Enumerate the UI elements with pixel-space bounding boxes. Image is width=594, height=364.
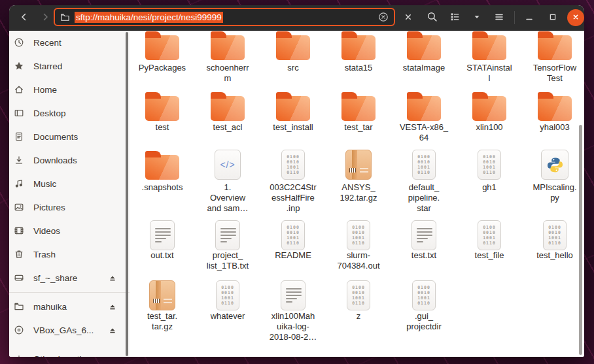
file-grid-row: .snapshots</>1. Overview and sam…0100001… [130,150,584,214]
sidebar-item-home[interactable]: Home [9,78,130,101]
file-item[interactable]: ANSYS_ 192.tar.gz [326,150,391,214]
file-label: .gui_ projectdir [406,311,441,332]
folder-icon [211,96,245,121]
file-icon-box [150,220,175,250]
menu-button[interactable] [489,8,509,27]
file-label: PyPackages [139,63,186,73]
file-icon-box [281,280,306,310]
sidebar-item-sf-share[interactable]: sf_~_share [9,266,130,290]
file-icon-box: 0100001010010110 [281,220,305,250]
clear-address-icon[interactable] [378,12,389,22]
file-label: test_acl [213,122,243,133]
sidebar-item-downloads[interactable]: Downloads [9,148,130,172]
address-bar[interactable]: sftp://mahuika/nesi/project/nesi99999 [54,8,395,26]
sidebar-item-label: Desktop [33,108,66,118]
file-item[interactable]: MPIscaling. py [522,150,584,214]
folder-icon [211,35,245,60]
folder-icon [472,35,506,60]
text-file-icon [215,220,240,250]
file-item[interactable]: project_ list_1TB.txt [195,220,260,271]
file-label: test_tar. tar.gz [147,311,177,332]
file-grid-row: testtest_acltest_installtest_tarVESTA-x8… [130,92,584,143]
file-label: yhal003 [540,122,570,133]
sidebar-item-recent[interactable]: Recent [9,31,130,54]
file-item[interactable]: TensorFlow Test [522,31,584,84]
python-file-icon [541,150,568,180]
sidebar-item-music[interactable]: Music [9,172,130,195]
file-item[interactable]: </>1. Overview and sam… [195,150,260,214]
file-item[interactable]: 0100001010010110slurm- 704384.out [326,220,391,271]
sidebar-item-mahuika[interactable]: mahuika [9,295,130,318]
sidebar-item-desktop[interactable]: Desktop [9,101,130,125]
caret-down-icon [472,12,481,24]
file-item[interactable]: schoenherr m [195,31,260,84]
file-item[interactable]: test [130,92,195,143]
file-item[interactable]: stataImage [391,31,457,84]
file-label: test_hello [536,250,573,261]
file-item[interactable]: 0100001010010110test_hello [522,220,584,271]
file-item[interactable]: stata15 [326,31,391,84]
file-item[interactable]: test_tar [326,92,391,143]
file-item[interactable]: test_acl [195,92,260,143]
sidebar-item-trash[interactable]: Trash [9,242,130,266]
sidebar-item-videos[interactable]: Videos [9,219,130,242]
search-button[interactable] [422,8,442,27]
file-label: MPIscaling. py [533,182,576,203]
file-grid-row: test_tar. tar.gz0100001010010110whatever… [130,280,457,342]
file-item[interactable]: 0100001010010110default_ pipeline. star [391,150,457,214]
eject-icon[interactable] [109,303,116,310]
close-window-button[interactable] [567,9,584,26]
sidebar-scrollbar[interactable] [126,32,128,356]
sidebar-item-documents[interactable]: Documents [9,125,130,148]
file-item[interactable]: 0100001010010110z [326,280,391,342]
file-item[interactable]: test.txt [391,220,457,271]
file-icon-box: 0100001010010110 [478,150,501,180]
sidebar-item-starred[interactable]: Starred [9,54,130,78]
eject-icon[interactable] [109,274,116,282]
hamburger-icon [494,12,504,24]
file-item[interactable]: 0100001010010110.gui_ projectdir [391,280,457,342]
file-item[interactable]: src [260,31,326,84]
sidebar-item-pictures[interactable]: Pictures [9,195,130,219]
file-item[interactable]: .snapshots [130,150,195,214]
file-grid-row: PyPackagesschoenherr msrcstata15stataIma… [130,31,584,84]
close-location-bar-button[interactable] [398,8,418,27]
file-item[interactable]: xlin100 [457,92,522,143]
file-item[interactable]: 0100001010010110README [260,220,326,271]
view-list-button[interactable] [445,8,464,27]
forward-button[interactable] [35,8,55,27]
address-text[interactable]: sftp://mahuika/nesi/project/nesi99999 [75,12,223,23]
file-icon-box [211,31,245,60]
back-button[interactable] [14,8,34,27]
sidebar-item-vbox-gas-6-[interactable]: VBox_GAs_6... [9,318,130,342]
binary-file-icon: 0100001010010110 [281,220,305,250]
chevron-left-icon [19,12,29,24]
file-item[interactable]: test_install [260,92,326,143]
file-icon-box: 0100001010010110 [281,150,305,180]
home-icon [13,84,25,95]
minimize-button[interactable] [519,8,539,27]
maximize-button[interactable] [543,8,563,27]
file-item[interactable]: 0100001010010110gh1 [457,150,522,214]
file-item[interactable]: xlin100Mah uika-log- 2018-08-2… [260,280,326,342]
file-item[interactable]: test_tar. tar.gz [130,280,195,342]
plus-icon [13,354,25,357]
eject-icon[interactable] [109,326,116,334]
remote-folder-icon [13,301,25,312]
file-item[interactable]: STATAinstal l [457,31,522,84]
file-label: gh1 [482,182,497,193]
view-options-button[interactable] [467,8,487,27]
file-item[interactable]: PyPackages [130,31,195,84]
file-label: stataImage [403,63,445,73]
file-icon-box [538,31,572,60]
file-item[interactable]: VESTA-x86_ 64 [391,92,457,143]
file-item[interactable]: yhal003 [522,92,584,143]
file-item[interactable]: out.txt [130,220,195,271]
x-icon [403,12,413,24]
content-scrollbar[interactable] [579,125,582,355]
file-item[interactable]: 0100001010010110whatever [195,280,260,342]
sidebar-item-other-locations[interactable]: Other Locations [9,347,130,357]
folder-icon [341,96,376,121]
file-item[interactable]: 0100001010010110003C2C4Str essHalfFire .… [260,150,326,214]
file-item[interactable]: 0100001010010110test_file [457,220,522,271]
